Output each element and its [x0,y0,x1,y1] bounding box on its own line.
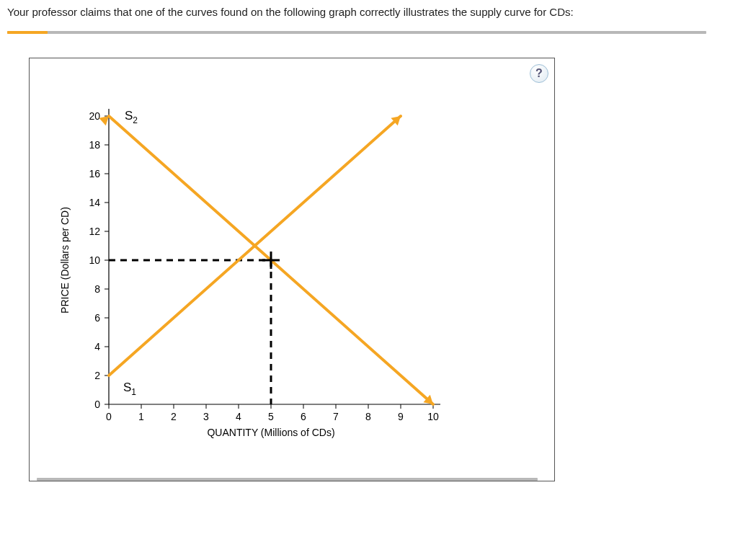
svg-text:10: 10 [89,254,100,266]
y-ticks: 0 2 4 6 8 10 12 14 16 18 20 [89,110,109,410]
svg-text:8: 8 [365,411,371,422]
supply-chart[interactable]: 0 1 2 3 4 5 6 7 8 9 10 [37,66,541,469]
svg-text:16: 16 [89,168,100,179]
x-ticks: 0 1 2 3 4 5 6 7 8 9 10 [106,404,439,422]
question-text: Your professor claims that one of the cu… [7,6,731,18]
svg-text:0: 0 [94,399,100,410]
svg-text:2: 2 [94,370,100,381]
svg-text:0: 0 [106,411,112,422]
svg-text:7: 7 [333,411,339,422]
svg-text:18: 18 [89,139,100,151]
divider-bottom [37,478,538,481]
svg-text:3: 3 [203,411,209,422]
svg-text:8: 8 [94,283,100,295]
svg-text:9: 9 [398,411,404,422]
svg-text:10: 10 [427,411,439,422]
curve-s2-label: S2 [125,109,138,125]
svg-text:4: 4 [94,341,100,352]
chart-panel: ? 0 1 2 3 4 5 6 [29,58,555,481]
y-axis-label: PRICE (Dollars per CD) [59,207,71,314]
svg-text:2: 2 [171,411,177,422]
svg-text:12: 12 [89,226,100,237]
x-axis-label: QUANTITY (Millions of CDs) [207,427,334,438]
svg-text:6: 6 [94,312,100,324]
svg-text:6: 6 [301,411,306,422]
svg-text:5: 5 [268,411,274,422]
svg-text:1: 1 [138,411,144,422]
svg-text:14: 14 [89,197,100,208]
svg-text:4: 4 [236,411,241,422]
divider-top [7,31,731,37]
curve-s1-label: S1 [123,381,136,397]
svg-text:20: 20 [89,110,100,122]
